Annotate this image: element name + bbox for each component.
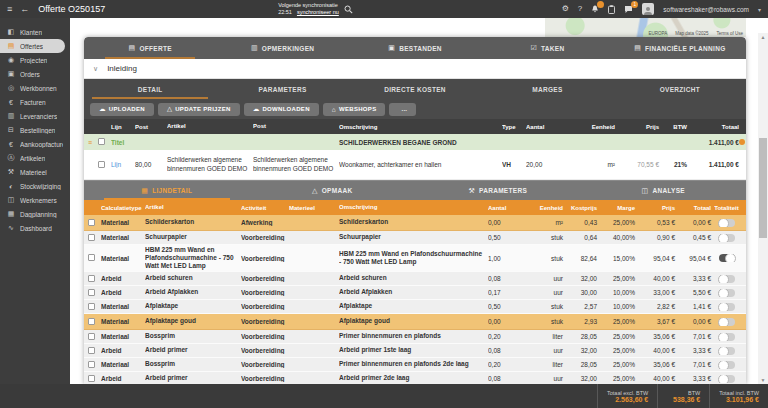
map-terms-link[interactable]: Terms of Use — [716, 31, 743, 36]
uploaden-button[interactable]: ☁ UPLOADEN — [90, 103, 154, 116]
more-button[interactable]: ... — [389, 103, 416, 116]
totaliteit-toggle[interactable] — [719, 219, 735, 227]
totaliteit-toggle[interactable] — [719, 333, 735, 341]
sidebar-item-werkbonnen[interactable]: ◎ Werkbonnen — [0, 81, 70, 95]
cell-calculatietype: Arbeid — [101, 347, 145, 354]
table-row[interactable]: Arbeid Arbeid Afplakken Voorbereiding Ar… — [84, 286, 746, 300]
subtab-marges[interactable]: MARGES — [481, 79, 613, 99]
sidebar-item-label: Leveranciers — [20, 113, 57, 120]
totaliteit-toggle[interactable] — [719, 375, 735, 383]
downloaden-button[interactable]: ☁ DOWNLOADEN — [244, 103, 319, 116]
sidebar-item-offertes[interactable]: ▤ Offertes — [0, 39, 65, 53]
back-arrow-icon[interactable]: ← — [20, 4, 29, 14]
row-checkbox[interactable] — [88, 333, 95, 340]
totaliteit-toggle[interactable] — [719, 254, 735, 262]
sidebar-item-leveranciers[interactable]: ▥ Leveranciers — [0, 109, 70, 123]
chevron-down-icon[interactable]: ∨ — [93, 65, 98, 73]
account-dropdown-caret-icon[interactable]: ▾ — [758, 6, 761, 13]
tab-financiele-planning[interactable]: ▤ FINANCIËLE PLANNING — [614, 37, 746, 59]
sidebar-item-bestellingen[interactable]: ⊟ Bestellingen — [0, 123, 70, 137]
totaliteit-toggle[interactable] — [719, 289, 735, 297]
account-email[interactable]: softwareshaker@robaws.com — [663, 6, 749, 13]
sidebar-item-artikelen[interactable]: Ⓐ Artikelen — [0, 151, 70, 165]
table-row-lijn[interactable]: Lijn 80,00 Schilderwerken algemene binne… — [84, 150, 746, 180]
row-checkbox[interactable] — [88, 275, 95, 282]
row-checkbox[interactable] — [88, 347, 95, 354]
table-row[interactable]: Arbeid Arbeid primer Voorbereiding Arbei… — [84, 344, 746, 358]
sidebar-item-icon: ⚒ — [7, 168, 15, 176]
scroll-up-arrow-icon[interactable]: ▲ — [758, 33, 768, 41]
vertical-scrollbar[interactable]: ▲ ▼ — [758, 33, 768, 384]
sidebar-item-aankoopfacturen[interactable]: € Aankoopfacturen — [0, 137, 70, 151]
row-checkbox[interactable] — [88, 318, 95, 325]
table-row[interactable]: Materiaal Schilderskarton Afwerking Schi… — [84, 215, 746, 231]
sidebar-item-stockwijziging[interactable]: ◐ Stockwijziging — [0, 179, 70, 193]
drag-handle-icon[interactable]: ≡ — [88, 139, 98, 146]
sync-now-link[interactable]: synchroniseer nu — [297, 9, 339, 16]
scrollbar-thumb[interactable] — [759, 138, 767, 238]
totaliteit-toggle[interactable] — [719, 318, 735, 326]
sidebar-item-projecten[interactable]: ◉ Projecten — [0, 53, 70, 67]
subtab-detail[interactable]: DETAIL — [84, 79, 216, 99]
settings-icon[interactable]: ⚙ — [562, 5, 569, 13]
table-row[interactable]: Materiaal Schuurpapier Voorbereiding Sch… — [84, 231, 746, 245]
subtab-parameters[interactable]: PARAMETERS — [216, 79, 348, 99]
row-checkbox[interactable] — [88, 361, 95, 368]
update-prijzen-button[interactable]: △ UPDATE PRIJZEN — [158, 103, 240, 116]
help-icon[interactable]: ? — [578, 5, 582, 13]
tab-lijndetail[interactable]: ▦ LIJNDETAIL — [84, 181, 250, 200]
table-row-titel[interactable]: ≡ Titel SCHILDERWERKEN BEGANE GROND 1.41… — [84, 134, 746, 150]
button-icon: ⌂ — [332, 106, 336, 113]
cell-activiteit: Voorbereiding — [241, 289, 289, 296]
scroll-down-arrow-icon[interactable]: ▼ — [758, 376, 768, 384]
subtab-directe-kosten[interactable]: DIRECTE KOSTEN — [349, 79, 481, 99]
chat-icon[interactable]: 1 — [624, 5, 633, 14]
totaliteit-toggle[interactable] — [719, 347, 735, 355]
sidebar-item-facturen[interactable]: € Facturen — [0, 95, 70, 109]
row-checkbox[interactable] — [88, 254, 95, 261]
inleiding-section-header[interactable]: ∨ Inleiding — [84, 59, 746, 79]
tab-opmerkingen[interactable]: ▥ OPMERKINGEN — [216, 37, 348, 59]
table-row[interactable]: Materiaal Bossprim Voorbereiding Primer … — [84, 330, 746, 344]
table-row[interactable]: Materiaal Afplaktape Voorbereiding Afpla… — [84, 300, 746, 314]
row-checkbox[interactable] — [88, 303, 95, 310]
sidebar-item-label: Offertes — [20, 43, 43, 50]
totaliteit-toggle[interactable] — [719, 275, 735, 283]
row-marker-icon[interactable] — [739, 139, 745, 145]
tab-bestanden[interactable]: ▣ BESTANDEN — [349, 37, 481, 59]
table-row[interactable]: Materiaal Bossprim Voorbereiding Primer … — [84, 358, 746, 372]
webshops-button[interactable]: ⌂ WEBSHOPS — [323, 103, 386, 116]
row-checkbox[interactable] — [98, 138, 105, 145]
table-row[interactable]: Arbeid Arbeid primer Voorbereiding Arbei… — [84, 372, 746, 384]
table-row[interactable]: Materiaal Afplaktape goud Voorbereiding … — [84, 314, 746, 330]
sidebar-item-werknemers[interactable]: ◫ Werknemers — [0, 193, 70, 207]
totaliteit-toggle[interactable] — [719, 234, 735, 242]
row-checkbox[interactable] — [88, 219, 95, 226]
cell-prijs: 40,00 € — [638, 347, 678, 354]
table-row[interactable]: Arbeid Arbeid schuren Voorbereiding Arbe… — [84, 272, 746, 286]
row-checkbox[interactable] — [88, 289, 95, 296]
row-checkbox[interactable] — [88, 375, 95, 382]
sidebar-item-materieel[interactable]: ⚒ Materieel — [0, 165, 70, 179]
subtab-overzicht[interactable]: OVERZICHT — [614, 79, 746, 99]
tab-offerte[interactable]: ▤ OFFERTE — [84, 37, 216, 59]
sidebar-item-orders[interactable]: ▣ Orders — [0, 67, 70, 81]
sidebar-item-dagplanning[interactable]: ▦ Dagplanning — [0, 207, 70, 221]
sidebar-item-dashboard[interactable]: ∿ Dashboard — [0, 221, 70, 235]
cell-calculatietype: Materiaal — [101, 303, 145, 310]
clipboard-icon[interactable] — [608, 5, 615, 14]
row-checkbox[interactable] — [98, 161, 105, 168]
sidebar-item-klanten[interactable]: ◧ Klanten — [0, 25, 70, 39]
tab-opmaak[interactable]: △ OPMAAK — [250, 181, 416, 200]
search-icon[interactable] — [344, 5, 353, 14]
totaliteit-toggle[interactable] — [719, 303, 735, 311]
tab-taken[interactable]: ☑ TAKEN — [481, 37, 613, 59]
tab-parameters[interactable]: ⚒ PARAMETERS — [415, 181, 581, 200]
hamburger-menu-icon[interactable]: ≡ — [7, 4, 12, 14]
tab-analyse[interactable]: ◫ ANALYSE — [581, 181, 747, 200]
totaliteit-toggle[interactable] — [719, 361, 735, 369]
row-checkbox[interactable] — [88, 234, 95, 241]
table-row[interactable]: Materiaal HBM 225 mm Wand en Plafondschu… — [84, 245, 746, 272]
avatar[interactable] — [642, 3, 654, 15]
notifications-icon[interactable] — [591, 5, 599, 14]
